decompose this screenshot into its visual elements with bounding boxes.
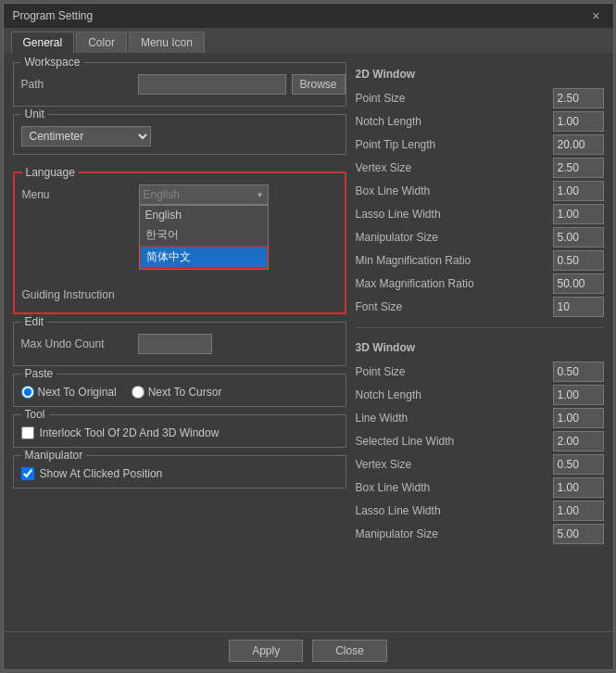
paste-radio-original[interactable] bbox=[21, 386, 34, 399]
footer: Apply Close bbox=[4, 631, 613, 669]
paste-option-cursor[interactable]: Next To Cursor bbox=[132, 386, 222, 399]
param-input-3d-2[interactable] bbox=[553, 408, 604, 428]
param-label-2d-5: Lasso Line Width bbox=[356, 208, 553, 221]
table-row: Vertex Size bbox=[356, 158, 604, 178]
interlock-checkbox-item[interactable]: Interlock Tool Of 2D And 3D Window bbox=[21, 426, 338, 439]
path-input[interactable] bbox=[138, 74, 286, 95]
language-option-korean[interactable]: 한국어 bbox=[140, 224, 268, 246]
workspace-section-title: Workspace bbox=[21, 56, 84, 69]
3d-params: Point Size Notch Length Line Width Selec… bbox=[356, 362, 604, 547]
show-at-clicked-checkbox[interactable] bbox=[21, 467, 34, 480]
table-row: Vertex Size bbox=[356, 454, 604, 475]
language-dropdown-list: English 한국어 简体中文 bbox=[139, 205, 269, 270]
language-section-title: Language bbox=[22, 166, 79, 179]
param-label-2d-2: Point Tip Length bbox=[356, 138, 553, 151]
param-label-2d-8: Max Magnification Ratio bbox=[356, 277, 553, 290]
param-input-3d-3[interactable] bbox=[553, 431, 604, 451]
param-input-3d-0[interactable] bbox=[553, 362, 604, 382]
param-input-3d-7[interactable] bbox=[553, 524, 604, 544]
manipulator-section-title: Manipulator bbox=[21, 449, 87, 462]
paste-radio-group: Next To Original Next To Cursor bbox=[21, 386, 338, 399]
param-input-3d-4[interactable] bbox=[553, 454, 604, 475]
menu-dropdown[interactable]: English ▼ bbox=[139, 184, 269, 205]
2d-window-title: 2D Window bbox=[356, 68, 604, 81]
paste-section-title: Paste bbox=[21, 367, 57, 380]
3d-window-title: 3D Window bbox=[356, 341, 604, 354]
param-label-2d-0: Point Size bbox=[356, 92, 553, 105]
close-icon[interactable]: × bbox=[588, 8, 603, 23]
tool-section: Tool Interlock Tool Of 2D And 3D Window bbox=[13, 414, 346, 448]
param-label-2d-4: Box Line Width bbox=[356, 184, 553, 197]
unit-select[interactable]: Centimeter Inch Pixel bbox=[21, 126, 151, 146]
language-option-english[interactable]: English bbox=[140, 206, 268, 224]
interlock-checkbox[interactable] bbox=[21, 426, 34, 439]
paste-original-label: Next To Original bbox=[38, 386, 117, 399]
content-area: Workspace Path Browse Unit Centimeter bbox=[4, 53, 613, 631]
guiding-row: Guiding Instruction bbox=[22, 288, 337, 301]
menu-label: Menu bbox=[22, 188, 133, 201]
dialog-title: Program Setting bbox=[13, 9, 94, 22]
table-row: Min Magnification Ratio bbox=[356, 250, 604, 271]
close-button[interactable]: Close bbox=[312, 640, 387, 662]
table-row: Notch Length bbox=[356, 111, 604, 132]
tab-general[interactable]: General bbox=[11, 32, 75, 53]
max-undo-label: Max Undo Count bbox=[21, 337, 132, 350]
table-row: Lasso Line Width bbox=[356, 204, 604, 224]
param-label-2d-3: Vertex Size bbox=[356, 161, 553, 174]
param-input-3d-1[interactable] bbox=[553, 385, 604, 405]
table-row: Box Line Width bbox=[356, 477, 604, 498]
table-row: Point Tip Length bbox=[356, 134, 604, 155]
table-row: Box Line Width bbox=[356, 181, 604, 201]
param-input-2d-2[interactable] bbox=[553, 134, 604, 155]
dialog: Program Setting × General Color Menu Ico… bbox=[3, 3, 614, 670]
2d-params: Point Size Notch Length Point Tip Length… bbox=[356, 88, 604, 320]
max-undo-input[interactable]: 30 bbox=[138, 334, 212, 354]
param-input-2d-8[interactable] bbox=[553, 273, 604, 294]
table-row: Font Size bbox=[356, 297, 604, 317]
table-row: Manipulator Size bbox=[356, 227, 604, 248]
param-label-2d-6: Manipulator Size bbox=[356, 231, 553, 244]
param-label-2d-9: Font Size bbox=[356, 300, 553, 313]
table-row: Line Width bbox=[356, 408, 604, 428]
param-input-2d-7[interactable] bbox=[553, 250, 604, 271]
param-label-3d-1: Notch Length bbox=[356, 388, 553, 401]
param-input-2d-6[interactable] bbox=[553, 227, 604, 248]
table-row: Manipulator Size bbox=[356, 524, 604, 544]
menu-dropdown-container: English ▼ English 한국어 简体中文 bbox=[139, 184, 269, 205]
param-input-2d-9[interactable] bbox=[553, 297, 604, 317]
param-label-3d-5: Box Line Width bbox=[356, 481, 553, 494]
param-input-2d-5[interactable] bbox=[553, 204, 604, 224]
menu-row: Menu English ▼ English 한국어 简体中文 bbox=[22, 184, 337, 205]
tab-menu-icon[interactable]: Menu Icon bbox=[129, 32, 205, 53]
path-row: Path Browse bbox=[21, 74, 338, 95]
apply-button[interactable]: Apply bbox=[229, 640, 303, 662]
tool-section-title: Tool bbox=[21, 408, 49, 421]
show-at-clicked-item[interactable]: Show At Clicked Position bbox=[21, 467, 338, 480]
table-row: Notch Length bbox=[356, 385, 604, 405]
param-label-3d-7: Manipulator Size bbox=[356, 527, 553, 540]
unit-row: Centimeter Inch Pixel bbox=[21, 126, 338, 146]
param-label-3d-2: Line Width bbox=[356, 412, 553, 425]
param-input-3d-5[interactable] bbox=[553, 477, 604, 498]
param-input-2d-3[interactable] bbox=[553, 158, 604, 178]
paste-cursor-label: Next To Cursor bbox=[148, 386, 222, 399]
language-option-chinese[interactable]: 简体中文 bbox=[140, 246, 268, 269]
table-row: Max Magnification Ratio bbox=[356, 273, 604, 294]
param-input-2d-1[interactable] bbox=[553, 111, 604, 132]
param-label-2d-7: Min Magnification Ratio bbox=[356, 254, 553, 267]
title-bar: Program Setting × bbox=[4, 4, 613, 28]
right-panel: 2D Window Point Size Notch Length Point … bbox=[356, 62, 604, 622]
paste-option-original[interactable]: Next To Original bbox=[21, 386, 117, 399]
browse-button[interactable]: Browse bbox=[292, 74, 346, 95]
table-row: Point Size bbox=[356, 362, 604, 382]
param-input-3d-6[interactable] bbox=[553, 501, 604, 521]
param-input-2d-0[interactable] bbox=[553, 88, 604, 108]
menu-dropdown-placeholder: English bbox=[144, 188, 180, 201]
param-input-2d-4[interactable] bbox=[553, 181, 604, 201]
param-label-3d-0: Point Size bbox=[356, 365, 553, 378]
paste-section: Paste Next To Original Next To Cursor bbox=[13, 374, 346, 407]
paste-radio-cursor[interactable] bbox=[132, 386, 145, 399]
tab-color[interactable]: Color bbox=[76, 32, 127, 53]
param-label-2d-1: Notch Length bbox=[356, 115, 553, 128]
interlock-label: Interlock Tool Of 2D And 3D Window bbox=[40, 426, 220, 439]
